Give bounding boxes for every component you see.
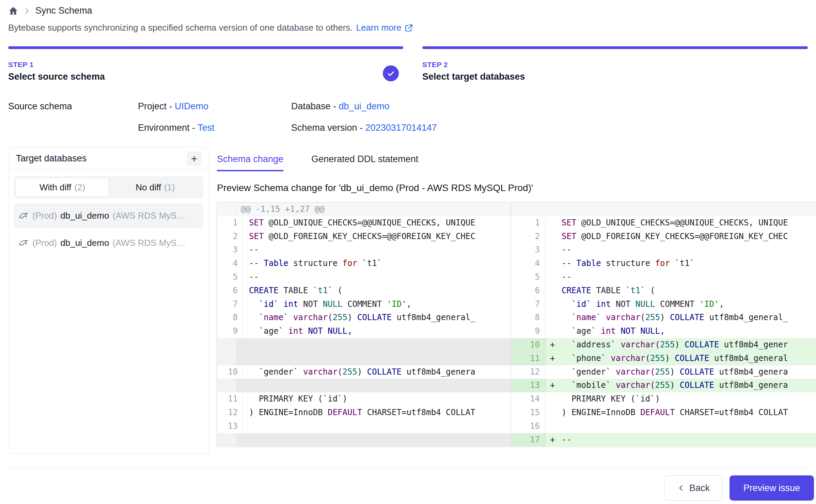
schema-diff-viewer: @@ -1,15 +1,27 @@1SET @OLD_UNIQUE_CHECKS… (217, 202, 816, 447)
line-number: 13 (223, 420, 242, 433)
code-line: CREATE TABLE `t1` ( (562, 284, 816, 298)
code-line: `age` int NOT NULL, (562, 325, 816, 338)
diff-marker (545, 406, 562, 420)
diff-row: 10 `gender` varchar(255) COLLATE utf8mb4… (217, 365, 511, 379)
line-number (511, 203, 545, 216)
hunk-header: @@ -1,15 +1,27 @@ (236, 203, 511, 216)
diff-marker: + (545, 338, 562, 352)
diff-filter-tabs: With diff (2) No diff (1) (14, 176, 203, 199)
tab-no-diff[interactable]: No diff (1) (109, 178, 202, 197)
line-number: 2 (223, 230, 242, 243)
mysql-icon (18, 237, 29, 248)
line-number: 10 (223, 365, 242, 379)
diff-row (217, 352, 511, 365)
target-databases-panel: Target databases + With diff (2) No diff… (8, 147, 209, 454)
preview-issue-label: Preview issue (743, 483, 800, 493)
code-line: -- (242, 243, 511, 257)
diff-row: 2SET @OLD_FOREIGN_KEY_CHECKS=@@FOREIGN_K… (511, 230, 816, 243)
line-number: 13 (511, 379, 545, 392)
diff-row: 7 `id` int NOT NULL COMMENT 'ID', (217, 298, 511, 311)
diff-row (217, 433, 511, 447)
diff-marker: + (545, 352, 562, 365)
tab-schema-change[interactable]: Schema change (217, 154, 283, 171)
code-line: `gender` varchar(255) COLLATE utf8mb4_ge… (562, 365, 816, 379)
diff-marker: + (545, 379, 562, 392)
back-button[interactable]: Back (664, 475, 723, 501)
source-schema-label: Source schema (8, 101, 72, 112)
diff-row: 9 `age` int NOT NULL, (217, 325, 511, 338)
database-link[interactable]: db_ui_demo (339, 101, 390, 111)
diff-row: 13+ `mobile` varchar(255) COLLATE utf8mb… (511, 379, 816, 392)
diff-marker (545, 392, 562, 406)
tab-with-diff[interactable]: With diff (2) (16, 178, 109, 197)
line-number: 3 (511, 243, 545, 257)
diff-marker (545, 420, 562, 433)
diff-row: 4-- Table structure for `t1` (511, 257, 816, 270)
line-number: 2 (511, 230, 545, 243)
code-line: PRIMARY KEY (`id`) (242, 392, 511, 406)
home-icon[interactable] (8, 6, 18, 16)
diff-row: 2SET @OLD_FOREIGN_KEY_CHECKS=@@FOREIGN_K… (217, 230, 511, 243)
code-line: PRIMARY KEY (`id`) (562, 392, 816, 406)
code-line: -- (562, 243, 816, 257)
hunk-header (545, 203, 816, 216)
diff-row (217, 379, 511, 392)
diff-row: 16 (511, 420, 816, 433)
environment-link[interactable]: Test (198, 123, 215, 133)
diff-row: 6CREATE TABLE `t1` ( (217, 284, 511, 298)
diff-row: 6CREATE TABLE `t1` ( (511, 284, 816, 298)
mysql-icon (18, 210, 29, 221)
page-title: Sync Schema (35, 5, 92, 16)
target-database-list: (Prod) db_ui_demo (AWS RDS MyS… (Prod) d… (14, 203, 203, 255)
line-number (217, 338, 236, 352)
db-instance: (AWS RDS MyS… (112, 238, 185, 248)
intro-text: Bytebase supports synchronizing a specif… (8, 22, 413, 33)
chevron-right-icon (23, 7, 31, 15)
step1-completed-check-icon (383, 65, 399, 81)
code-line (236, 338, 511, 352)
line-number: 7 (223, 298, 242, 311)
target-database-item[interactable]: (Prod) db_ui_demo (AWS RDS MyS… (14, 203, 203, 228)
diff-marker: + (545, 433, 562, 447)
line-number: 3 (223, 243, 242, 257)
line-number: 5 (511, 270, 545, 284)
code-line: `age` int NOT NULL, (242, 325, 511, 338)
source-environment-field: Environment - Test (138, 123, 215, 133)
target-database-item[interactable]: (Prod) db_ui_demo (AWS RDS MyS… (14, 231, 203, 255)
schema-version-link[interactable]: 20230317014147 (365, 123, 437, 133)
diff-row: 3-- (217, 243, 511, 257)
diff-row: 13 (217, 420, 511, 433)
line-number (217, 379, 236, 392)
target-databases-header: Target databases + (9, 147, 209, 170)
chevron-left-icon (677, 484, 685, 492)
code-line: -- Table structure for `t1` (242, 257, 511, 270)
intro-description: Bytebase supports synchronizing a specif… (8, 22, 353, 33)
code-line: `mobile` varchar(255) COLLATE utf8mb4_ge… (562, 379, 816, 392)
project-link[interactable]: UIDemo (175, 101, 208, 111)
diff-pane-new: 1SET @OLD_UNIQUE_CHECKS=@@UNIQUE_CHECKS,… (511, 203, 816, 447)
diff-marker (545, 230, 562, 243)
line-number: 11 (223, 392, 242, 406)
diff-row: 12) ENGINE=InnoDB DEFAULT CHARSET=utf8mb… (217, 406, 511, 420)
source-schema-version-field: Schema version - 20230317014147 (291, 123, 437, 133)
diff-row: @@ -1,15 +1,27 @@ (217, 203, 511, 216)
line-number: 1 (511, 216, 545, 230)
project-label: Project - (138, 101, 175, 111)
line-number: 10 (511, 338, 545, 352)
diff-row: 4-- Table structure for `t1` (217, 257, 511, 270)
step2-progress-bar (422, 46, 808, 49)
add-target-database-button[interactable]: + (187, 152, 201, 166)
code-line: `phone` varchar(255) COLLATE utf8mb4_gen… (562, 352, 816, 365)
code-line (236, 352, 511, 365)
learn-more-label: Learn more (356, 22, 402, 33)
learn-more-link[interactable]: Learn more (356, 22, 413, 33)
line-number: 6 (223, 284, 242, 298)
diff-row: 17+-- (511, 433, 816, 447)
preview-issue-button[interactable]: Preview issue (729, 475, 814, 501)
no-diff-label: No diff (136, 182, 161, 193)
line-number: 16 (511, 420, 545, 433)
tab-generated-ddl[interactable]: Generated DDL statement (311, 154, 418, 171)
environment-label: Environment - (138, 123, 198, 133)
code-line: SET @OLD_FOREIGN_KEY_CHECKS=@@FOREIGN_KE… (242, 230, 511, 243)
diff-row: 8 `name` varchar(255) COLLATE utf8mb4_ge… (217, 311, 511, 325)
